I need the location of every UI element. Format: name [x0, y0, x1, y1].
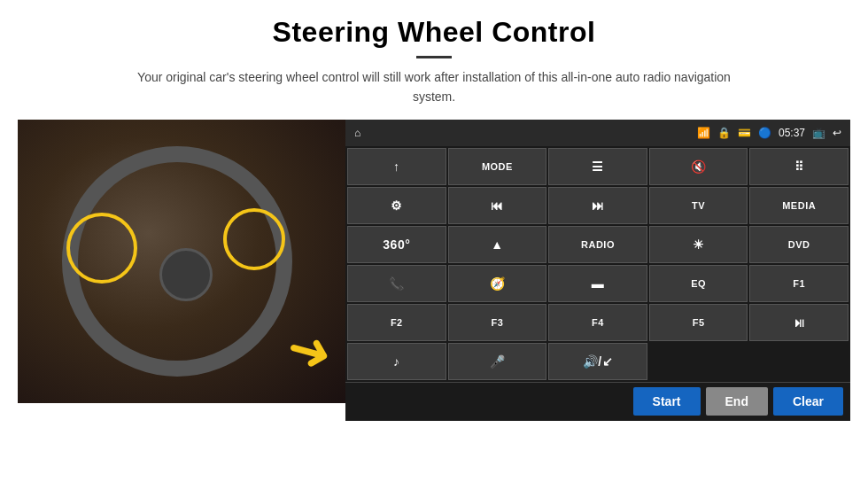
btn-media[interactable]: MEDIA	[749, 187, 849, 224]
btn-next[interactable]: ⏭	[548, 187, 647, 224]
btn-f3[interactable]: F3	[448, 304, 547, 341]
btn-brightness[interactable]: ☀	[649, 226, 748, 263]
highlight-left	[66, 213, 137, 284]
start-button[interactable]: Start	[633, 387, 701, 416]
cast-icon: 📺	[812, 127, 825, 139]
subtitle: Your original car's steering wheel contr…	[124, 67, 744, 107]
btn-navigate[interactable]: ↑	[347, 148, 446, 185]
nav-icon: 🧭	[490, 276, 506, 291]
eject-icon: ▲	[491, 237, 503, 252]
end-button[interactable]: End	[706, 387, 768, 416]
btn-prev[interactable]: ⏮	[448, 187, 547, 224]
screen-icon: ▬	[592, 276, 605, 291]
btn-apps[interactable]: ⠿	[749, 148, 849, 185]
music-icon: ♪	[393, 354, 400, 369]
btn-mute[interactable]: 🔇	[649, 148, 748, 185]
home-icon: ⌂	[354, 127, 360, 139]
prev-icon: ⏮	[491, 198, 504, 213]
next-icon: ⏭	[592, 198, 605, 213]
btn-list[interactable]: ☰	[548, 148, 647, 185]
playpause-icon: ⏯	[793, 315, 806, 330]
sd-icon: 💳	[738, 127, 751, 139]
steering-wheel-center	[159, 248, 213, 301]
vol-tel-icon: 🔊/↙	[583, 354, 613, 369]
action-bar: Start End Clear	[345, 382, 850, 421]
btn-dvd[interactable]: DVD	[749, 226, 849, 263]
btn-music[interactable]: ♪	[347, 343, 446, 380]
btn-360[interactable]: 360°	[347, 226, 446, 263]
btn-playpause[interactable]: ⏯	[749, 304, 849, 341]
control-panel: ⌂ 📶 🔒 💳 🔵 05:37 📺 ↩ ↑ MODE ☰ 🔇 ⠿ ⚙ ⏮ ⏭	[345, 120, 850, 421]
clear-button[interactable]: Clear	[773, 387, 843, 416]
page-title: Steering Wheel Control	[0, 0, 868, 49]
button-grid: ↑ MODE ☰ 🔇 ⠿ ⚙ ⏮ ⏭ TV MEDIA 360° ▲ RADIO…	[345, 146, 850, 382]
list-icon: ☰	[592, 159, 604, 174]
apps-icon: ⠿	[794, 159, 804, 174]
btn-eject[interactable]: ▲	[448, 226, 547, 263]
btn-f2[interactable]: F2	[347, 304, 446, 341]
lock-icon: 🔒	[717, 127, 731, 139]
btn-mic[interactable]: 🎤	[448, 343, 547, 380]
btn-tv[interactable]: TV	[649, 187, 748, 224]
btn-phone[interactable]: 📞	[347, 265, 446, 302]
mute-icon: 🔇	[691, 159, 707, 174]
time-display: 05:37	[779, 127, 805, 139]
yellow-arrow: ➜	[281, 315, 339, 386]
steering-wheel-image: ➜	[18, 120, 345, 403]
status-bar: ⌂ 📶 🔒 💳 🔵 05:37 📺 ↩	[345, 120, 850, 146]
btn-screen[interactable]: ▬	[548, 265, 647, 302]
camera-icon: 360°	[383, 237, 410, 252]
bluetooth-icon: 🔵	[758, 127, 771, 139]
btn-settings[interactable]: ⚙	[347, 187, 446, 224]
btn-nav[interactable]: 🧭	[448, 265, 547, 302]
back-icon: ↩	[833, 127, 841, 139]
highlight-right	[223, 208, 285, 270]
status-left: ⌂	[354, 127, 360, 139]
content-area: ➜ ⌂ 📶 🔒 💳 🔵 05:37 📺 ↩ ↑ MODE ☰	[0, 120, 868, 421]
btn-f1[interactable]: F1	[749, 265, 849, 302]
btn-vol-tel[interactable]: 🔊/↙	[548, 343, 647, 380]
navigate-icon: ↑	[393, 159, 400, 174]
btn-mode[interactable]: MODE	[448, 148, 547, 185]
mic-icon: 🎤	[490, 354, 506, 369]
btn-radio[interactable]: RADIO	[548, 226, 647, 263]
btn-eq[interactable]: EQ	[649, 265, 748, 302]
brightness-icon: ☀	[693, 237, 705, 252]
status-right: 📶 🔒 💳 🔵 05:37 📺 ↩	[697, 127, 841, 139]
title-divider	[416, 56, 452, 58]
wifi-icon: 📶	[697, 127, 710, 139]
btn-f5[interactable]: F5	[649, 304, 748, 341]
btn-f4[interactable]: F4	[548, 304, 647, 341]
settings-icon: ⚙	[391, 198, 403, 213]
phone-icon: 📞	[389, 276, 405, 291]
